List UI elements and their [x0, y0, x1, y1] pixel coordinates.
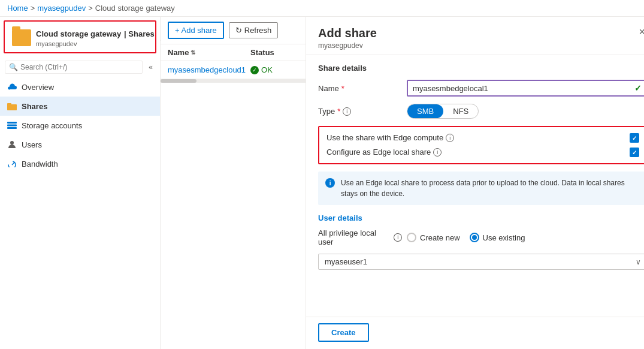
add-share-button[interactable]: + Add share	[168, 22, 224, 39]
create-button[interactable]: Create	[318, 323, 368, 342]
breadcrumb-home[interactable]: Home	[7, 4, 28, 13]
refresh-icon: ↻	[235, 26, 242, 35]
info-banner-text: Use an Edge local share to process data …	[341, 177, 640, 199]
close-panel-button[interactable]: ×	[637, 26, 644, 37]
radio-use-existing[interactable]: Use existing	[470, 233, 525, 242]
checkbox-section: Use the share with Edge compute i Config…	[318, 126, 644, 164]
privilege-info-icon[interactable]: i	[394, 233, 402, 242]
toolbar: + Add share ↻ Refresh	[161, 17, 306, 44]
scroll-thumb	[161, 79, 196, 83]
panel-body: Share details Name * ✓ Type *	[306, 55, 644, 317]
breadcrumb-resource[interactable]: myasegpudev	[37, 4, 86, 13]
svg-rect-3	[7, 125, 17, 127]
type-toggle: SMB NFS	[407, 104, 479, 119]
sort-icon[interactable]: ⇅	[191, 49, 195, 56]
resource-subtitle: myasegpudev	[36, 40, 155, 47]
search-input-wrap[interactable]: 🔍	[5, 61, 143, 74]
search-bar: 🔍 «	[0, 57, 160, 77]
storage-icon	[7, 121, 17, 130]
svg-rect-4	[7, 127, 17, 129]
required-indicator: *	[341, 84, 344, 93]
sidebar-item-label-overview: Overview	[22, 83, 54, 92]
row-name[interactable]: myasesmbedgecloud1	[168, 65, 246, 74]
edge-compute-label: Use the share with Edge compute i	[326, 133, 630, 142]
panel-header: Add share myasegpudev ×	[306, 17, 644, 55]
edge-compute-checkbox[interactable]	[630, 133, 639, 143]
type-required: *	[337, 107, 340, 116]
panel-subtitle: myasegpudev	[318, 41, 377, 50]
radio-outer-create	[407, 233, 416, 242]
breadcrumb: Home > myasegpudev > Cloud storage gatew…	[0, 0, 644, 17]
sidebar-item-label-storage: Storage accounts	[22, 121, 82, 130]
chevron-down-icon: ∨	[636, 258, 641, 266]
user-select-value: myaseuser1	[325, 257, 636, 266]
info-banner: i Use an Edge local share to process dat…	[318, 172, 644, 205]
status-ok: OK	[250, 65, 298, 74]
type-toggle-wrap: SMB NFS	[407, 104, 644, 119]
type-label: Type * i	[318, 107, 402, 116]
type-form-row: Type * i SMB NFS	[318, 104, 644, 119]
col-header-status: Status	[250, 48, 298, 57]
radio-group: Create new Use existing	[407, 233, 644, 242]
check-icon: ✓	[634, 83, 642, 93]
resource-title-block: Cloud storage gateway | Shares myasegpud…	[36, 28, 155, 47]
edge-compute-info-icon[interactable]: i	[446, 134, 454, 142]
breadcrumb-sep1: >	[31, 4, 35, 13]
privilege-label: All privilege local user i	[318, 228, 402, 246]
edge-local-checkbox[interactable]	[630, 148, 639, 157]
panel-footer: Create	[306, 317, 644, 349]
edge-compute-row: Use the share with Edge compute i	[326, 133, 639, 143]
share-details-title: Share details	[318, 64, 644, 73]
sidebar-item-users[interactable]: Users	[0, 135, 160, 154]
name-label: Name *	[318, 84, 402, 93]
sidebar-item-shares[interactable]: Shares	[0, 97, 160, 116]
col-header-name: Name ⇅	[168, 48, 246, 57]
resource-title: Cloud storage gateway | Shares	[36, 28, 155, 40]
add-share-panel: Add share myasegpudev × Share details Na…	[306, 17, 644, 349]
status-ok-label: OK	[261, 65, 273, 74]
info-circle-icon: i	[325, 178, 335, 188]
name-input-wrap: ✓	[407, 80, 644, 97]
type-smb-option[interactable]: SMB	[407, 104, 443, 118]
refresh-button[interactable]: ↻ Refresh	[229, 22, 279, 38]
table-header: Name ⇅ Status	[161, 44, 306, 61]
name-field-box[interactable]: ✓	[407, 80, 644, 97]
collapse-icon[interactable]: «	[146, 62, 155, 73]
type-info-icon[interactable]: i	[343, 107, 351, 116]
sidebar-item-overview[interactable]: Overview	[0, 77, 160, 97]
sidebar-nav: Overview Shares Storage accounts Users	[0, 77, 160, 173]
radio-label-create: Create new	[420, 233, 459, 242]
left-panel: Cloud storage gateway | Shares myasegpud…	[0, 17, 161, 349]
svg-rect-2	[7, 122, 17, 124]
radio-group-wrap: Create new Use existing	[407, 233, 644, 242]
radio-inner-existing	[472, 235, 477, 240]
bandwidth-icon	[7, 159, 17, 169]
content-area: + Add share ↻ Refresh Name ⇅ Status myas…	[161, 17, 306, 349]
table-row[interactable]: myasesmbedgecloud1 OK	[161, 61, 306, 79]
refresh-label: Refresh	[244, 26, 272, 35]
svg-line-7	[12, 163, 14, 165]
search-icon: 🔍	[9, 63, 18, 71]
breadcrumb-sep2: >	[88, 4, 93, 13]
user-icon	[7, 140, 17, 149]
sidebar-item-storage-accounts[interactable]: Storage accounts	[0, 116, 160, 135]
name-input[interactable]	[413, 84, 632, 93]
edge-local-info-icon[interactable]: i	[433, 148, 442, 157]
status-ok-icon	[250, 66, 259, 74]
panel-title-block: Add share myasegpudev	[318, 26, 377, 50]
user-select[interactable]: myaseuser1 ∨	[318, 254, 644, 270]
sidebar-item-bandwidth[interactable]: Bandwidth	[0, 154, 160, 173]
radio-create-new[interactable]: Create new	[407, 233, 459, 242]
search-input[interactable]	[20, 63, 138, 71]
name-form-row: Name * ✓	[318, 80, 644, 97]
page-name: Shares	[128, 29, 154, 38]
resource-name: Cloud storage gateway	[36, 29, 121, 38]
resource-header: Cloud storage gateway | Shares myasegpud…	[4, 20, 156, 53]
shares-folder-icon	[7, 101, 17, 111]
cloud-icon	[7, 82, 17, 92]
scroll-indicator	[161, 79, 306, 83]
radio-label-existing: Use existing	[483, 233, 525, 242]
user-details-title: User details	[318, 213, 644, 222]
sidebar-item-label-shares: Shares	[22, 102, 47, 111]
type-nfs-option[interactable]: NFS	[443, 104, 478, 118]
